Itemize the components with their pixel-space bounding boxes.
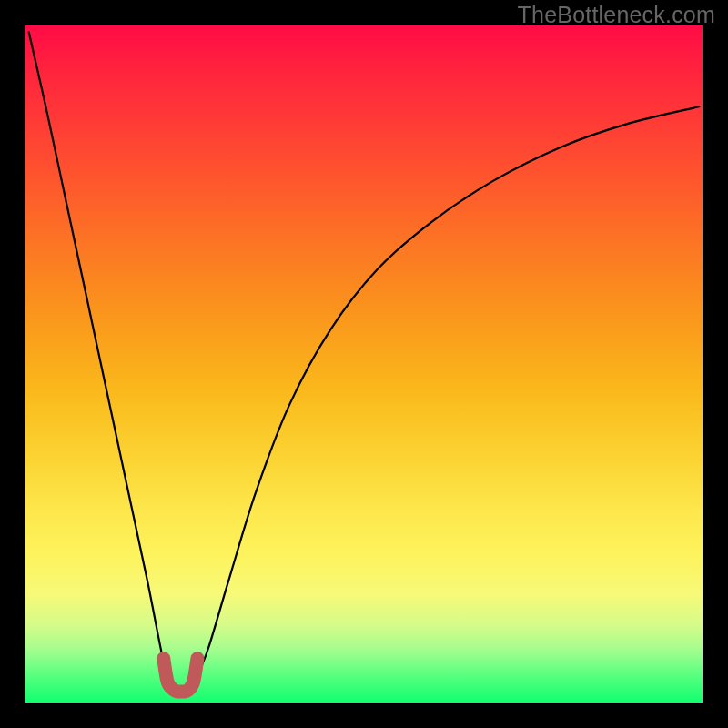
outer-frame: TheBottleneck.com: [0, 0, 728, 728]
watermark-text: TheBottleneck.com: [518, 2, 715, 28]
curve-left-branch: [29, 32, 171, 682]
trough-highlight: [164, 659, 197, 692]
chart-svg: [25, 25, 703, 703]
curve-right-branch: [195, 106, 699, 682]
chart-plot-area: [25, 25, 703, 703]
